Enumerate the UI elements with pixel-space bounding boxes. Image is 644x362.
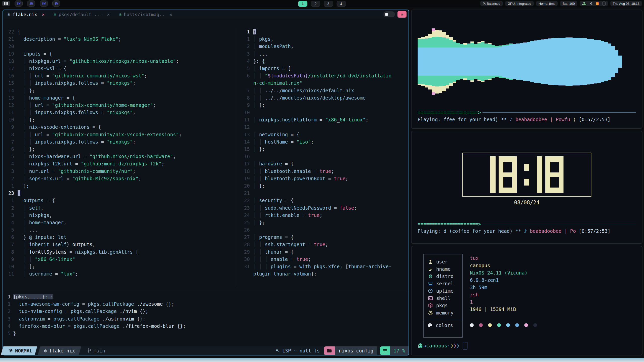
line-number: 4 bbox=[3, 219, 18, 226]
code-line: 23 bbox=[3, 190, 236, 197]
code-line: 19 inputs = { bbox=[3, 50, 236, 58]
workspace-button-3[interactable]: $W bbox=[40, 1, 48, 7]
close-tab-icon[interactable]: × bbox=[107, 12, 110, 17]
visualizer-bar bbox=[509, 11, 513, 112]
terminal-fetch-window[interactable]: userhnamedistrokerneluptimeshellpkgsmemo… bbox=[411, 246, 642, 355]
line-number: 13 bbox=[239, 131, 253, 138]
close-tab-icon[interactable]: × bbox=[42, 12, 45, 17]
line-number: 5 bbox=[239, 65, 253, 72]
fetch-row-shell: shell bbox=[428, 294, 451, 302]
lsp-status: LSP ~ null-ls bbox=[271, 348, 324, 353]
fetch-label: memory bbox=[436, 310, 454, 315]
workspace-button-2[interactable]: $W bbox=[27, 1, 35, 7]
phone-icon[interactable] bbox=[602, 2, 606, 6]
palette-dot-6 bbox=[515, 323, 519, 327]
code-line: 17│ hardware = { bbox=[239, 160, 407, 167]
code-line: 11 │ │ inputs.nixpkgs.follows = "nixpkgs… bbox=[3, 109, 236, 116]
prompt-token: ⟩ bbox=[450, 343, 453, 349]
terminal-cursor[interactable] bbox=[463, 342, 467, 349]
visualizer-bar bbox=[541, 11, 544, 112]
line-number: 23 bbox=[239, 204, 253, 212]
line-number: 22 bbox=[3, 28, 18, 35]
app-launcher-button[interactable] bbox=[2, 1, 10, 6]
visualizer-bar bbox=[608, 11, 611, 112]
status-modules: P: Balanced GPU: Integrated Home: 8ms Ba… bbox=[480, 1, 642, 6]
line-number: 16 bbox=[3, 72, 18, 79]
code-line: 25│ }; bbox=[239, 219, 407, 226]
tag-4[interactable]: 4 bbox=[337, 1, 346, 7]
close-tab-icon[interactable]: × bbox=[170, 12, 172, 17]
code-line: 17 │ nixos-wsl = { bbox=[3, 65, 236, 72]
line-number: 7 bbox=[3, 138, 18, 146]
line-number: 26 bbox=[239, 226, 253, 234]
project-name[interactable]: nixos-config bbox=[335, 346, 377, 355]
bluetooth-icon[interactable] bbox=[589, 2, 592, 6]
line-number: 20 bbox=[239, 182, 253, 190]
code-line: 4 firefox-mod-blur = pkgs.callPackage ./… bbox=[3, 323, 406, 330]
scissors-icon[interactable] bbox=[582, 2, 586, 6]
window-close-button[interactable]: × bbox=[397, 11, 407, 18]
code-line: 12 bbox=[239, 123, 407, 131]
shell-prompt[interactable]: → canopus ~ ⟩⟩⟩ bbox=[418, 342, 467, 349]
line-number: 1 bbox=[239, 35, 253, 43]
code-line: 7│ │ ../../modules/nixos/default.nix bbox=[239, 87, 407, 94]
window-toggle-button[interactable] bbox=[383, 11, 395, 17]
pane-separator-horizontal[interactable] bbox=[4, 291, 407, 291]
line-number: 11 bbox=[3, 270, 18, 278]
visualizer-bar bbox=[580, 11, 583, 112]
fetch-value-pkgs: 1 bbox=[470, 299, 473, 305]
project-folder-chip[interactable] bbox=[324, 346, 335, 355]
laptop-icon bbox=[428, 281, 433, 286]
visualizer-bar bbox=[573, 11, 576, 112]
tab-label: pkgs/default ... bbox=[59, 12, 102, 17]
terminal-icon bbox=[428, 296, 433, 301]
fetch-label: kernel bbox=[436, 281, 454, 286]
code-line: 28│ │ ssh.startAgent = true; bbox=[239, 241, 407, 248]
fetch-divider bbox=[423, 320, 462, 320]
git-branch[interactable]: main bbox=[83, 346, 110, 355]
visualizer-bar bbox=[611, 11, 615, 112]
code-line: 4 │ nixpkgs-f2k.url = "github:moni-dz/ni… bbox=[3, 160, 236, 167]
code-line: 31│ │ │ plugins = with pkgs.xfce; [thuna… bbox=[239, 263, 407, 270]
grid-icon bbox=[4, 2, 8, 6]
editor-tab-2[interactable]: ❄pkgs/default ...× bbox=[49, 10, 114, 19]
code-pane-right[interactable]: 1{1│ pkgs,2│ modulesPath,3│ ...4}: {5│ i… bbox=[239, 28, 407, 278]
clock-digit bbox=[499, 156, 517, 193]
statusline: NORMAL ❄ flake.nix main bbox=[3, 346, 409, 355]
code-line: 5│ imports = [ bbox=[239, 65, 407, 72]
pane-separator-vertical[interactable] bbox=[236, 28, 236, 287]
workspace-button-1[interactable]: $W bbox=[15, 1, 23, 7]
editor-tab-1[interactable]: ❄flake.nix× bbox=[3, 10, 49, 19]
visualizer-bar bbox=[428, 11, 432, 112]
line-number: 9 bbox=[3, 256, 18, 263]
code-pane-bottom[interactable]: 1{pkgs, ...}: {1 tux-awesome-wm-config =… bbox=[3, 293, 406, 337]
tag-2[interactable]: 2 bbox=[311, 1, 320, 7]
editor-tab-3[interactable]: ❄hosts/isoImag..× bbox=[114, 10, 177, 19]
visualizer-bar bbox=[537, 11, 541, 112]
nix-snowflake-icon: ❄ bbox=[54, 12, 56, 17]
code-line: 2 │ self, bbox=[3, 204, 236, 212]
code-line: 1 outputs = { bbox=[3, 197, 236, 204]
code-line: 4 │ home-manager, bbox=[3, 219, 236, 226]
line-number: 15 bbox=[3, 79, 18, 87]
visualizer-bar bbox=[485, 11, 488, 112]
code-pane-left[interactable]: 22{21 description = "tux's NixOS Flake";… bbox=[3, 28, 236, 278]
visualizer-bar bbox=[520, 11, 523, 112]
tag-1[interactable]: 1 bbox=[298, 1, 307, 7]
tag-3[interactable]: 3 bbox=[324, 1, 333, 7]
prompt-token: → bbox=[423, 343, 426, 349]
line-number: 17 bbox=[3, 65, 18, 72]
code-line: 10 │ ]; bbox=[3, 263, 236, 270]
workspace-button-4[interactable]: $W bbox=[52, 1, 60, 7]
visualizer-bar bbox=[453, 11, 456, 112]
code-line: 30│ │ │ enable = true; bbox=[239, 256, 407, 263]
digital-clock bbox=[462, 153, 591, 197]
firefox-icon[interactable] bbox=[596, 2, 599, 5]
line-number: 27 bbox=[239, 234, 253, 241]
clock-module: Thu Aug 08, 18:18 bbox=[610, 1, 642, 6]
memory-chip-icon bbox=[428, 310, 433, 315]
code-line: 1 }; bbox=[3, 182, 236, 190]
line-number: 4 bbox=[3, 323, 13, 330]
code-line: 26 bbox=[239, 226, 407, 234]
ping-module: Home: 8ms bbox=[536, 1, 558, 6]
